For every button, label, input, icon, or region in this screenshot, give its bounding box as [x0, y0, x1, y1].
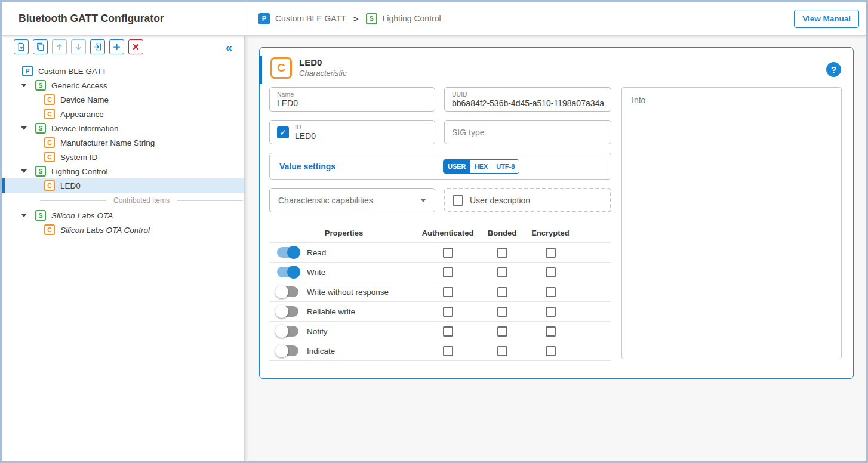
name-field-value[interactable]: LED0: [277, 98, 427, 108]
read-authenticated-checkbox[interactable]: [443, 248, 453, 258]
help-icon[interactable]: ?: [826, 62, 841, 77]
write-authenticated-checkbox[interactable]: [443, 267, 453, 277]
toggle-knob: [275, 285, 288, 298]
id-field[interactable]: ✓ ID LED0: [269, 120, 435, 144]
write-without-response-toggle[interactable]: [277, 286, 298, 297]
service-icon: S: [35, 123, 46, 134]
breadcrumb-item[interactable]: PCustom BLE GATT: [258, 13, 346, 24]
header-right: PCustom BLE GATT>SLighting Control View …: [244, 2, 866, 35]
value-type-option-hex[interactable]: HEX: [470, 160, 493, 173]
move-up-icon: [55, 42, 64, 51]
reliable-write-encrypted-checkbox[interactable]: [546, 307, 556, 317]
duplicate-icon: [36, 42, 45, 51]
new-item-icon: [17, 42, 26, 51]
user-description-box[interactable]: User description: [444, 188, 611, 212]
tree-item-system-id[interactable]: CSystem ID: [2, 150, 244, 164]
toolbar-new-item-button[interactable]: [14, 39, 29, 54]
read-encrypted-checkbox[interactable]: [546, 248, 556, 258]
reliable-write-toggle[interactable]: [277, 306, 298, 317]
write-encrypted-checkbox[interactable]: [546, 267, 556, 277]
characteristic-icon: C: [44, 152, 55, 162]
indicate-encrypted-checkbox[interactable]: [546, 346, 556, 356]
sig-type-field[interactable]: SIG type: [444, 120, 611, 144]
service-icon: S: [35, 80, 46, 91]
tree-item-device-name[interactable]: CDevice Name: [2, 92, 244, 107]
notify-bonded-checkbox[interactable]: [497, 326, 507, 337]
chevron-down-icon: [420, 199, 426, 202]
tree-item-generic-access[interactable]: SGeneric Access: [2, 78, 244, 92]
toolbar-move-up-button[interactable]: [52, 39, 67, 54]
value-type-option-utf8[interactable]: UTF-8: [492, 160, 519, 173]
breadcrumb-separator: >: [353, 14, 359, 24]
toolbar-add-button[interactable]: [109, 39, 124, 54]
characteristic-capabilities-dropdown[interactable]: Characteristic capabilities: [269, 188, 435, 212]
reliable-write-authenticated-checkbox[interactable]: [443, 307, 453, 317]
tree-item-appearance[interactable]: CAppearance: [2, 107, 244, 121]
expander-arrow-icon[interactable]: [21, 84, 27, 87]
value-type-option-user[interactable]: USER: [444, 160, 470, 173]
read-bonded-checkbox[interactable]: [497, 248, 507, 258]
tree-item-manufacturer-name-string[interactable]: CManufacturer Name String: [2, 135, 244, 150]
write-without-response-bonded-checkbox[interactable]: [497, 287, 507, 297]
toggle-knob: [275, 325, 288, 338]
reliable-write-bonded-checkbox[interactable]: [497, 307, 507, 317]
notify-toggle[interactable]: [277, 326, 298, 337]
toggle-knob: [287, 266, 300, 279]
uuid-field-label: UUID: [452, 91, 604, 98]
info-panel: Info: [621, 87, 842, 359]
indicate-toggle[interactable]: [277, 345, 298, 356]
write-without-response-encrypted-checkbox[interactable]: [546, 287, 556, 297]
view-manual-button[interactable]: View Manual: [794, 10, 859, 28]
read-toggle[interactable]: [277, 247, 298, 258]
id-checkbox[interactable]: ✓: [277, 126, 289, 138]
characteristic-icon: C: [44, 180, 55, 191]
write-without-response-authenticated-checkbox[interactable]: [443, 287, 453, 297]
toggle-knob: [275, 344, 288, 357]
tree-item-led0[interactable]: CLED0: [2, 178, 244, 193]
toolbar-duplicate-button[interactable]: [33, 39, 48, 54]
tree-item-label: Manufacturer Name String: [60, 138, 155, 147]
id-field-label: ID: [295, 124, 316, 131]
delete-icon: [131, 42, 140, 51]
indicate-authenticated-checkbox[interactable]: [443, 346, 453, 356]
notify-encrypted-checkbox[interactable]: [546, 326, 556, 337]
property-row-write: Write: [269, 263, 611, 282]
id-field-value[interactable]: LED0: [295, 131, 316, 141]
sidebar-toolbar: «: [2, 36, 244, 58]
toolbar-import-button[interactable]: [90, 39, 105, 54]
user-description-checkbox[interactable]: [453, 195, 463, 206]
collapse-sidebar-icon[interactable]: «: [226, 41, 236, 53]
expander-arrow-icon[interactable]: [21, 126, 27, 130]
tree-item-silicon-labs-ota[interactable]: SSilicon Labs OTA: [2, 208, 244, 223]
bluetooth-gatt-configurator-window: Bluetooth GATT Configurator PCustom BLE …: [0, 0, 868, 463]
tree-item-lighting-control[interactable]: SLighting Control: [2, 164, 244, 178]
properties-table: PropertiesAuthenticatedBondedEncryptedRe…: [269, 223, 611, 361]
field-row-4: Characteristic capabilities User descrip…: [269, 188, 611, 212]
characteristic-icon: C: [44, 137, 55, 148]
write-bonded-checkbox[interactable]: [497, 267, 507, 277]
name-field[interactable]: Name LED0: [269, 87, 435, 112]
characteristic-title: LED0: [299, 57, 346, 67]
tree-item-custom-ble-gatt[interactable]: PCustom BLE GATT: [2, 64, 244, 78]
tree-item-silicon-labs-ota-control[interactable]: CSilicon Labs OTA Control: [2, 223, 244, 237]
uuid-field[interactable]: UUID bb6a84f2-536b-4d45-a510-1198a07a34a: [444, 87, 611, 112]
header-left: Bluetooth GATT Configurator: [2, 2, 244, 35]
property-row-reliable-write: Reliable write: [269, 302, 611, 322]
property-row-write-without-response: Write without response: [269, 282, 611, 302]
breadcrumb-item[interactable]: SLighting Control: [366, 13, 441, 24]
characteristic-icon: C: [270, 57, 292, 79]
tree-item-device-information[interactable]: SDevice Information: [2, 121, 244, 135]
column-header-properties: Properties: [269, 229, 418, 237]
expander-arrow-icon[interactable]: [21, 169, 27, 173]
divider-line: [40, 200, 106, 201]
write-toggle[interactable]: [277, 267, 298, 277]
indicate-bonded-checkbox[interactable]: [497, 346, 507, 356]
uuid-field-value[interactable]: bb6a84f2-536b-4d45-a510-1198a07a34a: [452, 98, 604, 108]
value-settings-section: Value settings USERHEXUTF-8: [269, 153, 611, 180]
toolbar-delete-button[interactable]: [128, 39, 143, 54]
toolbar-move-down-button[interactable]: [71, 39, 86, 54]
notify-authenticated-checkbox[interactable]: [443, 326, 453, 337]
expander-arrow-icon[interactable]: [21, 214, 27, 217]
characteristic-icon: C: [44, 109, 55, 119]
capabilities-placeholder: Characteristic capabilities: [278, 196, 373, 205]
